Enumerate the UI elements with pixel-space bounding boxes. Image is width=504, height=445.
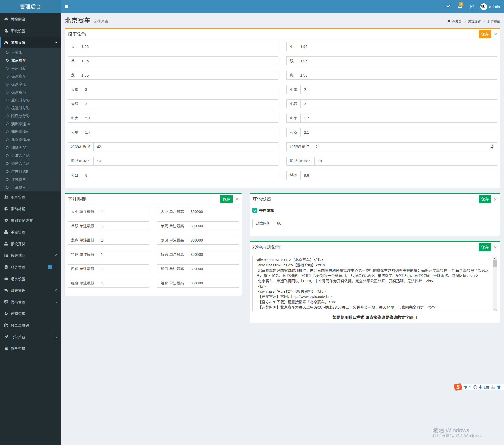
svg-text:8: 8 <box>482 5 483 7</box>
svg-text:19: 19 <box>493 387 494 389</box>
